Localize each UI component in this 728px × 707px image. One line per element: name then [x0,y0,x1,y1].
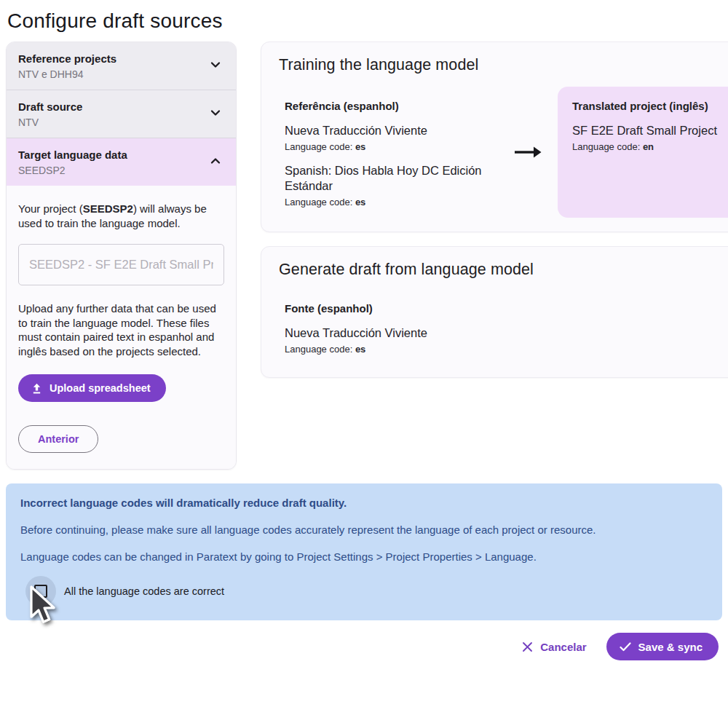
reference-heading: Referência (espanhol) [285,100,499,112]
source-heading: Fonte (espanhol) [285,302,728,315]
chevron-down-icon [210,59,221,74]
step-title: Draft source [18,100,82,113]
page-title: Configure draft sources [6,0,722,42]
generate-card-title: Generate draft from language model [279,261,728,279]
all-codes-correct-checkbox[interactable] [26,577,55,606]
step-subtitle: NTV [18,116,82,128]
step-titles: Draft source NTV [18,100,82,128]
step-subtitle: SEEDSP2 [18,165,127,176]
project-name: SF E2E Draft Small Project [572,123,728,138]
project-name: Nueva Traducción Viviente [285,123,499,138]
training-row: Referência (espanhol) Nueva Traducción V… [279,87,728,218]
cancel-button[interactable]: Cancelar [522,641,586,653]
checkbox-box [34,585,47,598]
anterior-button[interactable]: Anterior [18,425,98,453]
save-button-label: Save & sync [638,641,703,653]
configure-draft-sources-page: Configure draft sources Reference projec… [0,0,728,660]
language-codes-warning: Incorrect language codes will dramatical… [6,483,722,620]
upload-icon [31,382,43,395]
reference-item: Nueva Traducción Viviente Language code:… [285,123,499,152]
all-codes-correct-label: All the language codes are correct [64,585,224,597]
step-titles: Target language data SEEDSP2 [18,149,127,176]
warning-title: Incorrect language codes will dramatical… [20,496,705,510]
language-code: Language code: es [285,141,499,152]
chevron-up-icon [210,155,221,170]
cancel-button-label: Cancelar [540,641,586,653]
close-icon [522,641,533,652]
project-name: Spanish: Dios Habla Hoy DC Edición Están… [285,163,499,194]
warning-line: Language codes can be changed in Paratex… [20,550,705,564]
training-card: Training the language model Referência (… [261,42,728,232]
draft-setup-stepper: Reference projects NTV e DHH94 Draft sou… [6,42,237,470]
arrow-right-icon [499,87,556,218]
footer-actions: Cancelar Save & sync [6,633,722,660]
warning-line: Before continuing, please make sure all … [20,523,705,537]
save-sync-button[interactable]: Save & sync [606,633,719,660]
generate-body: Fonte (espanhol) Nueva Traducción Vivien… [279,279,728,363]
chevron-down-icon [210,107,221,122]
language-code: Language code: es [285,197,499,208]
upload-button-label: Upload spreadsheet [50,382,151,394]
language-code: Language code: en [572,141,728,152]
stepper-step-reference-projects[interactable]: Reference projects NTV e DHH94 [7,42,236,90]
generate-card: Generate draft from language model Fonte… [261,246,728,378]
project-name: Nueva Traducción Viviente [285,325,728,341]
language-code: Language code: es [285,344,728,355]
step-titles: Reference projects NTV e DHH94 [18,52,116,80]
main-content: Reference projects NTV e DHH94 Draft sou… [6,42,722,470]
stepper-step-draft-source[interactable]: Draft source NTV [7,90,236,138]
project-name-field[interactable]: SEEDSP2 - SF E2E Draft Small Project [18,244,224,285]
training-card-title: Training the language model [279,56,728,74]
stepper-step-target-language-data[interactable]: Target language data SEEDSP2 [7,138,236,186]
check-icon [620,642,631,652]
upload-spreadsheet-button[interactable]: Upload spreadsheet [18,374,166,402]
project-note: Your project (SEEDSP2) will always be us… [18,202,224,230]
translated-project-panel: Translated project (inglês) SF E2E Draft… [558,87,728,218]
translated-heading: Translated project (inglês) [572,100,728,112]
target-language-data-panel: Your project (SEEDSP2) will always be us… [7,186,236,469]
step-subtitle: NTV e DHH94 [18,68,116,80]
draft-config-cards: Training the language model Referência (… [261,42,728,378]
anterior-button-label: Anterior [38,433,79,445]
reference-item: Spanish: Dios Habla Hoy DC Edición Están… [285,163,499,208]
project-name-field-value: SEEDSP2 - SF E2E Draft Small Project [29,258,213,272]
reference-column: Referência (espanhol) Nueva Traducción V… [285,87,499,218]
step-title: Reference projects [18,52,116,65]
confirm-codes-row: All the language codes are correct [20,577,705,606]
upload-note: Upload any further data that can be used… [18,301,224,358]
step-title: Target language data [18,149,127,161]
